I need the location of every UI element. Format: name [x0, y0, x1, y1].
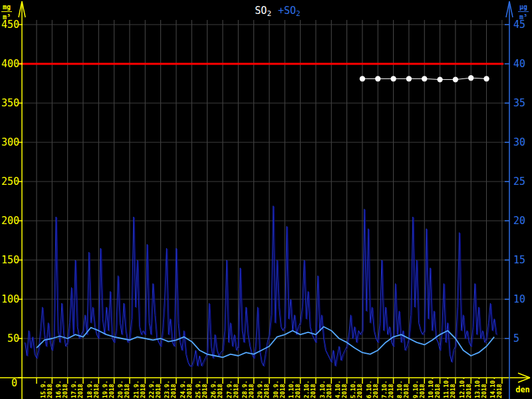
date-label: 10.10. — [428, 376, 434, 398]
right-tick-label: 35 — [513, 97, 525, 109]
right-tick-label: 40 — [513, 58, 525, 70]
date-label: 26.9. — [210, 380, 217, 398]
date-label: 13.10. — [474, 376, 481, 398]
date-year-label: 2018 — [170, 384, 177, 398]
date-label: 9.10. — [412, 380, 419, 398]
date-label: 28.9. — [241, 380, 248, 398]
right-tick-label: 30 — [513, 136, 525, 148]
date-year-label: 2018 — [124, 384, 130, 398]
daily-marker — [437, 76, 442, 82]
date-year-label: 2018 — [403, 384, 410, 398]
date-label: 15.9. — [40, 380, 47, 398]
chart-container: 5010015020025030035040045005101520253035… — [0, 0, 532, 399]
date-year-label: 2018 — [450, 384, 456, 398]
date-label: 25.9. — [195, 380, 201, 398]
date-label: 8.10. — [396, 380, 403, 398]
date-label: 29.9. — [257, 380, 263, 398]
x-axis-labels: 15.9.201816.9.201817.9.201818.9.201819.9… — [37, 376, 530, 398]
chart-title: SO2+SO2 — [255, 5, 300, 18]
left-tick-label: 350 — [1, 97, 19, 109]
date-label: 7.10. — [381, 380, 388, 398]
date-year-label: 2018 — [217, 384, 223, 398]
unit-right-numerator: µg — [519, 3, 527, 11]
daily-marker — [375, 76, 380, 81]
unit-left-denominator: m³ — [3, 13, 11, 21]
so2-chart: 5010015020025030035040045005101520253035… — [0, 0, 532, 399]
date-year-label: 2018 — [496, 384, 503, 398]
left-axis-labels: 501001502002503003504004500 — [1, 19, 23, 389]
date-year-label: 2018 — [326, 384, 332, 398]
axes — [0, 1, 530, 399]
date-year-label: 2018 — [201, 384, 208, 398]
left-tick-label: 400 — [1, 58, 19, 70]
date-year-label: 2018 — [248, 384, 255, 398]
date-label: 18.9. — [86, 380, 93, 398]
right-tick-label: 5 — [513, 332, 519, 344]
right-tick-label: 25 — [513, 176, 525, 188]
left-tick-label: 250 — [1, 176, 19, 188]
date-year-label: 2018 — [62, 384, 68, 398]
date-label: 19.9. — [102, 380, 108, 398]
date-year-label: 2018 — [434, 384, 441, 398]
hourly-series — [25, 206, 497, 366]
left-tick-label: 50 — [7, 332, 19, 344]
date-label: 1.10. — [288, 380, 295, 398]
left-tick-label: 150 — [1, 254, 19, 266]
date-year-label: 2018 — [295, 384, 301, 398]
right-axis-labels: 51015202530354045 — [505, 19, 525, 344]
unit-left-numerator: mg — [3, 3, 11, 11]
date-year-label: 2018 — [356, 384, 363, 398]
date-year-label: 2018 — [47, 384, 53, 398]
date-label: 20.9. — [117, 380, 124, 398]
date-year-label: 2018 — [481, 384, 487, 398]
daily-marker — [360, 76, 365, 81]
right-tick-label: 10 — [513, 293, 525, 305]
title-series-1: SO2 — [255, 5, 271, 18]
left-tick-label: 300 — [1, 136, 19, 148]
left-tick-label: 100 — [1, 293, 19, 305]
date-year-label: 2018 — [155, 384, 162, 398]
date-year-label: 2018 — [140, 384, 146, 398]
right-tick-label: 20 — [513, 215, 525, 227]
daily-marker — [453, 76, 458, 82]
date-label: 12.10. — [459, 376, 466, 398]
date-year-label: 2018 — [466, 384, 472, 398]
date-label: 27.9. — [226, 380, 233, 398]
date-year-label: 2018 — [310, 384, 317, 398]
left-tick-label: 200 — [1, 215, 19, 227]
date-label: 14.10. — [489, 376, 496, 398]
date-year-label: 2018 — [263, 384, 270, 398]
date-label: 6.10. — [366, 380, 372, 398]
date-year-label: 2018 — [108, 384, 115, 398]
date-label: 16.9. — [55, 380, 62, 398]
date-year-label: 2018 — [341, 384, 348, 398]
date-year-label: 2018 — [388, 384, 394, 398]
left-zero-label: 0 — [11, 377, 17, 389]
date-year-label: 2018 — [93, 384, 100, 398]
unit-right-denominator: m³ — [519, 13, 527, 21]
date-label: 11.10. — [443, 376, 450, 398]
date-label: 4.10. — [334, 380, 341, 398]
date-label: 21.9. — [133, 380, 140, 398]
title-series-2: +SO2 — [278, 5, 301, 18]
daily-markers — [360, 75, 489, 82]
date-year-label: 2018 — [372, 384, 379, 398]
date-year-label: 2018 — [419, 384, 426, 398]
date-label: 5.10. — [350, 380, 356, 398]
date-label: 24.9. — [180, 380, 186, 398]
date-year-label: 2018 — [186, 384, 193, 398]
daily-marker — [468, 75, 473, 80]
date-label: 30.9. — [273, 380, 279, 398]
right-tick-label: 15 — [513, 254, 525, 266]
daily-marker — [406, 76, 412, 81]
daily-marker — [483, 76, 489, 81]
date-year-label: 2018 — [233, 384, 239, 398]
date-label: 3.10. — [319, 380, 326, 398]
daily-marker — [390, 76, 396, 81]
date-label: 2.10. — [303, 380, 310, 398]
date-year-label: 2018 — [77, 384, 84, 398]
x-axis-title: den — [515, 385, 530, 394]
daily-marker — [422, 76, 427, 81]
date-label: 17.9. — [70, 380, 77, 398]
date-label: 23.9. — [164, 380, 170, 398]
